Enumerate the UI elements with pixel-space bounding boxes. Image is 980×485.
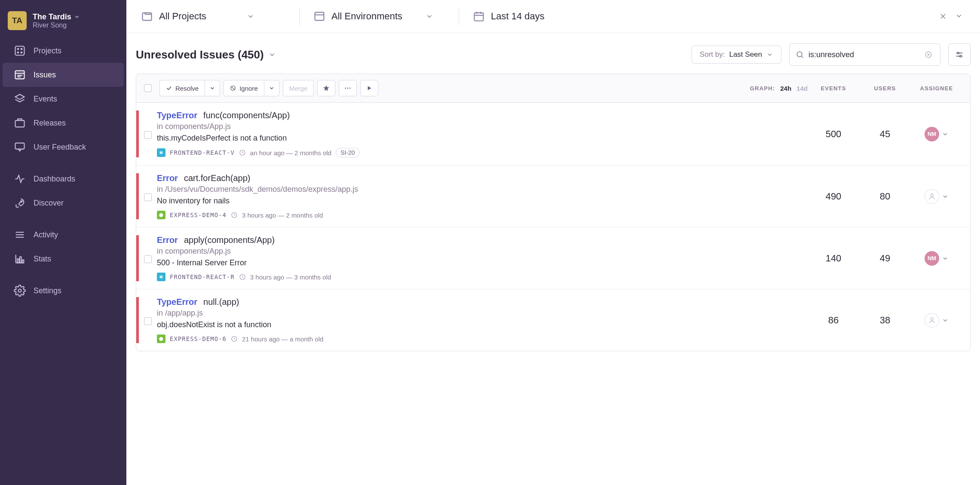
releases-icon (14, 117, 26, 129)
chevron-down-icon (74, 14, 80, 20)
sidebar-item-userfeedback[interactable]: User Feedback (3, 135, 124, 159)
events-count[interactable]: 140 (808, 253, 859, 264)
project-logo-icon: ⚛ (157, 273, 165, 281)
row-checkbox[interactable] (144, 255, 152, 263)
page-title-dropdown[interactable]: Unresolved Issues (450) (136, 48, 276, 61)
sidebar-item-activity[interactable]: Activity (3, 223, 124, 247)
project-filter[interactable]: All Projects (136, 6, 299, 27)
resolve-dropdown-button[interactable] (205, 80, 220, 96)
col-users: USERS (859, 85, 911, 92)
project-logo-icon: ⚛ (157, 148, 165, 157)
table-row[interactable]: TypeError func(components/App) in compon… (136, 103, 970, 166)
row-checkbox[interactable] (144, 131, 152, 139)
project-name[interactable]: EXPRESS-DEMO-4 (170, 212, 227, 218)
sidebar-item-label: Releases (34, 119, 66, 128)
close-icon[interactable] (936, 9, 950, 23)
sort-dropdown[interactable]: Sort by: Last Seen (692, 46, 781, 64)
clear-search-icon[interactable] (923, 49, 934, 60)
chevron-down-icon (269, 85, 275, 91)
grid-icon (14, 45, 26, 57)
filter-settings-button[interactable] (948, 43, 971, 66)
issue-type-link[interactable]: Error (157, 235, 178, 245)
rocket-icon (14, 197, 26, 209)
issue-type-link[interactable]: TypeError (157, 111, 197, 120)
sidebar-item-dashboards[interactable]: Dashboards (3, 167, 124, 191)
row-checkbox[interactable] (144, 193, 152, 201)
table-row[interactable]: TypeError null.(app) in /app/app.js obj.… (136, 289, 970, 351)
svg-point-39 (960, 55, 962, 57)
sidebar-item-settings[interactable]: Settings (3, 279, 124, 303)
ignore-dropdown-button[interactable] (264, 80, 279, 96)
sidebar-item-events[interactable]: Events (3, 87, 124, 111)
date-filter[interactable]: Last 14 days (459, 6, 936, 27)
col-assignee: ASSIGNEE (911, 85, 962, 92)
svg-rect-5 (15, 71, 24, 79)
list-icon (14, 229, 26, 241)
graph-mode-24h[interactable]: 24h (780, 85, 791, 92)
assignee-avatar[interactable]: NM (925, 251, 939, 266)
chevron-down-icon[interactable] (942, 317, 949, 324)
issue-function: null.(app) (203, 297, 239, 307)
events-count[interactable]: 490 (808, 191, 859, 202)
users-count[interactable]: 45 (859, 129, 911, 140)
chevron-down-icon[interactable] (942, 255, 949, 262)
resolve-button[interactable]: Resolve (159, 80, 205, 96)
chart-icon (14, 253, 26, 265)
chevron-down-icon[interactable] (942, 131, 949, 138)
sidebar-item-releases[interactable]: Releases (3, 111, 124, 135)
select-all-checkbox[interactable] (144, 84, 152, 92)
table-row[interactable]: Error apply(components/App) in component… (136, 227, 970, 289)
project-filter-label: All Projects (159, 11, 206, 22)
clock-icon (239, 273, 246, 280)
issue-type-link[interactable]: TypeError (157, 297, 197, 307)
search-input[interactable] (808, 50, 923, 59)
org-switcher[interactable]: TA The Tardis River Song (0, 8, 126, 39)
chevron-down-icon[interactable] (952, 9, 965, 23)
main-content: All Projects All Environments Last 14 da… (126, 0, 980, 485)
sidebar-item-discover[interactable]: Discover (3, 191, 124, 215)
events-count[interactable]: 86 (808, 315, 859, 326)
more-button[interactable] (339, 80, 357, 96)
users-count[interactable]: 38 (859, 315, 911, 326)
clock-icon (231, 335, 238, 342)
ignore-button[interactable]: Ignore (224, 80, 264, 96)
issue-timestamp: 3 hours ago — 3 months old (250, 273, 331, 281)
search-field[interactable] (789, 43, 940, 66)
row-checkbox[interactable] (144, 317, 152, 325)
sidebar-item-issues[interactable]: Issues (3, 63, 124, 87)
svg-point-21 (18, 289, 21, 292)
sidebar-item-label: User Feedback (34, 143, 86, 152)
project-name[interactable]: FRONTEND-REACT-V (170, 149, 235, 156)
svg-point-49 (931, 194, 933, 196)
assignee-avatar[interactable]: NM (925, 127, 939, 141)
svg-rect-0 (15, 46, 24, 55)
titlebar: Unresolved Issues (450) Sort by: Last Se… (126, 33, 980, 74)
issue-tag[interactable]: SI-20 (336, 148, 359, 157)
sidebar-item-label: Projects (34, 46, 61, 55)
sliders-icon (955, 50, 964, 59)
assignee-empty[interactable] (925, 313, 939, 328)
graph-mode-14d[interactable]: 14d (796, 85, 808, 92)
issue-function: func(components/App) (203, 111, 290, 120)
table-row[interactable]: Error cart.forEach(app) in /Users/vu/Doc… (136, 166, 970, 227)
project-name[interactable]: FRONTEND-REACT-R (170, 273, 235, 280)
issue-message: obj.doesNotExist is not a function (157, 320, 808, 329)
sidebar-item-stats[interactable]: Stats (3, 247, 124, 271)
sidebar-item-label: Dashboards (34, 175, 75, 184)
environment-filter[interactable]: All Environments (300, 6, 459, 27)
bookmark-button[interactable] (317, 80, 335, 96)
events-count[interactable]: 500 (808, 129, 859, 140)
users-count[interactable]: 80 (859, 191, 911, 202)
issue-type-link[interactable]: Error (157, 173, 178, 183)
window-icon (313, 10, 325, 22)
chevron-down-icon (209, 85, 215, 91)
sidebar-item-label: Stats (34, 255, 51, 264)
play-button[interactable] (360, 80, 378, 96)
sidebar-item-projects[interactable]: Projects (3, 39, 124, 63)
issues-icon (14, 69, 26, 81)
assignee-empty[interactable] (925, 189, 939, 204)
users-count[interactable]: 49 (859, 253, 911, 264)
chevron-down-icon[interactable] (942, 193, 949, 200)
svg-point-3 (18, 52, 19, 53)
project-name[interactable]: EXPRESS-DEMO-6 (170, 335, 227, 342)
